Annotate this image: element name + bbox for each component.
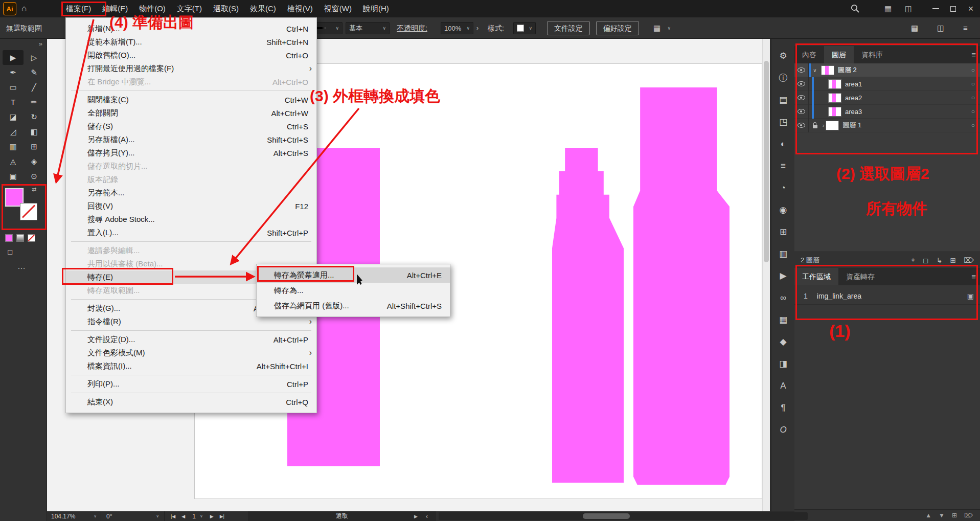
menu-view[interactable]: 檢視(V) bbox=[282, 0, 318, 17]
none-mode-button[interactable] bbox=[28, 234, 35, 242]
menu-item-save[interactable]: 儲存(S)Ctrl+S bbox=[66, 120, 316, 133]
opacity-link[interactable]: 不透明度: bbox=[397, 17, 427, 39]
rotate-tool[interactable]: ↻ bbox=[24, 109, 44, 124]
gradient-mode-button[interactable] bbox=[16, 234, 24, 242]
search-icon[interactable] bbox=[848, 0, 863, 17]
opacity-input[interactable]: 100% ∨ bbox=[441, 22, 473, 34]
menu-item-save-as[interactable]: 另存新檔(A)...Shift+Ctrl+S bbox=[66, 133, 316, 146]
menu-item-document-color-mode[interactable]: 文件色彩模式(M)› bbox=[66, 346, 316, 359]
menu-item-exit[interactable]: 結束(X)Ctrl+Q bbox=[66, 395, 316, 409]
menu-item-close-all[interactable]: 全部關閉Alt+Ctrl+W bbox=[66, 106, 316, 120]
menu-item-new-from-template[interactable]: 從範本新增(T)...Shift+Ctrl+N bbox=[66, 35, 316, 49]
paragraph-icon[interactable]: ¶ bbox=[771, 397, 795, 419]
scale-tool[interactable]: ◿ bbox=[3, 124, 24, 139]
status-chevron-icon[interactable]: ‹ bbox=[426, 513, 428, 520]
hand-tool[interactable]: ▣ bbox=[3, 169, 24, 184]
status-play-icon[interactable]: ▶ bbox=[414, 514, 418, 519]
menu-help[interactable]: 說明(H) bbox=[357, 0, 395, 17]
preferences-button[interactable]: 偏好設定 bbox=[596, 21, 639, 35]
workspace-icon[interactable]: ◫ bbox=[937, 17, 944, 39]
color-mode-button[interactable] bbox=[5, 234, 13, 242]
type-tool[interactable]: T bbox=[3, 95, 24, 109]
move-down-icon[interactable]: ▼ bbox=[939, 512, 945, 519]
close-button[interactable]: × bbox=[963, 0, 979, 17]
eyedropper-tool[interactable]: ◬ bbox=[3, 154, 24, 169]
menu-item-document-setup[interactable]: 文件設定(D)...Alt+Ctrl+P bbox=[66, 333, 316, 346]
rectangle-tool[interactable]: ▭ bbox=[3, 80, 24, 95]
menu-item-place[interactable]: 置入(L)...Shift+Ctrl+P bbox=[66, 226, 316, 239]
document-setup-button[interactable]: 文件設定 bbox=[547, 21, 590, 35]
menu-select[interactable]: 選取(S) bbox=[208, 0, 244, 17]
menu-effect[interactable]: 效果(C) bbox=[244, 0, 282, 17]
new-sublayer-icon[interactable]: ↳ bbox=[937, 256, 943, 264]
menu-item-search-adobe-stock[interactable]: 搜尋 Adobe Stock... bbox=[66, 213, 316, 226]
menu-window[interactable]: 視窗(W) bbox=[318, 0, 357, 17]
opentype-icon[interactable]: O bbox=[771, 419, 795, 441]
asset-export-icon[interactable]: ◆ bbox=[771, 331, 795, 353]
mesh-tool[interactable]: ⊞ bbox=[24, 139, 44, 154]
stroke-icon[interactable]: ≡ bbox=[771, 155, 795, 177]
vertical-scrollbar[interactable] bbox=[762, 39, 770, 511]
menu-item-save-as-template[interactable]: 另存範本... bbox=[66, 186, 316, 199]
nav-last-icon[interactable]: ▶| bbox=[220, 514, 224, 519]
zoom-tool[interactable]: ⊙ bbox=[24, 169, 44, 184]
toolbar-collapse-icon[interactable]: » bbox=[39, 40, 42, 48]
image-trace-icon[interactable]: ▦ bbox=[771, 309, 795, 331]
minimize-button[interactable] bbox=[927, 0, 944, 17]
character-icon[interactable]: A bbox=[771, 375, 795, 397]
make-mask-icon[interactable]: ◻ bbox=[923, 256, 929, 264]
horizontal-scrollbar-thumb[interactable] bbox=[583, 513, 630, 519]
zoom-dropdown[interactable]: 104.17% ∨ bbox=[47, 511, 101, 521]
menu-item-open-recent[interactable]: 打開最近使用過的檔案(F)› bbox=[66, 62, 316, 75]
info-icon[interactable]: ⓘ bbox=[771, 67, 795, 89]
brush-dropdown[interactable]: 基本 ∨ bbox=[346, 22, 390, 34]
gradient-icon[interactable]: ◨ bbox=[771, 353, 795, 375]
transform-icon[interactable]: ⊞ bbox=[771, 221, 795, 243]
new-item-icon[interactable]: ⊞ bbox=[952, 512, 957, 519]
export-icon[interactable]: ◳ bbox=[771, 111, 795, 133]
actions-icon[interactable]: ▶ bbox=[771, 265, 795, 287]
shape-builder-tool[interactable]: ◧ bbox=[24, 124, 44, 139]
line-tool[interactable]: ╱ bbox=[24, 80, 44, 95]
nav-next-icon[interactable]: ▶ bbox=[210, 514, 214, 519]
horizontal-scrollbar[interactable] bbox=[439, 512, 808, 520]
rotation-dropdown[interactable]: 0° ∨ bbox=[101, 511, 165, 521]
new-layer-icon[interactable]: ⊞ bbox=[950, 256, 956, 264]
menu-item-print[interactable]: 列印(P)...Ctrl+P bbox=[66, 377, 316, 391]
menu-item-close[interactable]: 關閉檔案(C)Ctrl+W bbox=[66, 93, 316, 106]
links-icon[interactable]: ∞ bbox=[771, 287, 795, 309]
locate-object-icon[interactable]: ⌖ bbox=[911, 256, 915, 264]
nav-first-icon[interactable]: |◀ bbox=[171, 514, 175, 519]
menu-item-save-copy[interactable]: 儲存拷貝(Y)...Alt+Ctrl+S bbox=[66, 146, 316, 160]
selection-tool[interactable]: ▶ bbox=[3, 50, 24, 65]
artboard-number-field[interactable]: 1 bbox=[192, 513, 196, 520]
opacity-expand-icon[interactable]: › bbox=[476, 17, 478, 39]
toolbar-ellipsis-icon[interactable]: … bbox=[17, 262, 26, 271]
curvature-tool[interactable]: ✎ bbox=[24, 65, 44, 80]
properties-icon[interactable]: ⚙ bbox=[771, 45, 795, 67]
nav-prev-icon[interactable]: ◀ bbox=[181, 514, 185, 519]
shape-bottle-large[interactable] bbox=[633, 87, 730, 485]
arrange-documents-icon[interactable]: ▦ bbox=[911, 17, 918, 39]
menu-item-revert[interactable]: 回復(V)F12 bbox=[66, 199, 316, 213]
menu-item-file-info[interactable]: 檔案資訊(I)...Alt+Shift+Ctrl+I bbox=[66, 359, 316, 373]
delete-layer-icon[interactable]: ⌦ bbox=[964, 256, 974, 264]
align-options-dropdown[interactable]: ▦ ∨ bbox=[650, 22, 674, 34]
menu-item-open[interactable]: 開啟舊檔(O)...Ctrl+O bbox=[66, 49, 316, 62]
artboards-icon[interactable]: ▤ bbox=[771, 89, 795, 111]
blend-tool[interactable]: ◈ bbox=[24, 154, 44, 169]
menu-item-export-as[interactable]: 轉存為... bbox=[257, 283, 450, 298]
draw-mode-icon[interactable]: ◻ bbox=[7, 247, 13, 256]
maximize-button[interactable] bbox=[945, 0, 961, 17]
home-icon[interactable]: ⌂ bbox=[21, 0, 27, 17]
move-up-icon[interactable]: ▲ bbox=[925, 512, 931, 519]
eraser-tool[interactable]: ◪ bbox=[3, 109, 24, 124]
align-icon[interactable]: ▥ bbox=[771, 243, 795, 265]
vertical-scrollbar-thumb[interactable] bbox=[764, 61, 769, 262]
direct-selection-tool[interactable]: ▷ bbox=[24, 50, 44, 65]
appearance-icon[interactable]: ◐ bbox=[771, 133, 795, 155]
apps-icon[interactable]: ▦ bbox=[880, 0, 896, 17]
swatches-icon[interactable]: ◉ bbox=[771, 199, 795, 221]
gradient-tool[interactable]: ▥ bbox=[3, 139, 24, 154]
layout-switcher-icon[interactable]: ◫ bbox=[901, 0, 916, 17]
